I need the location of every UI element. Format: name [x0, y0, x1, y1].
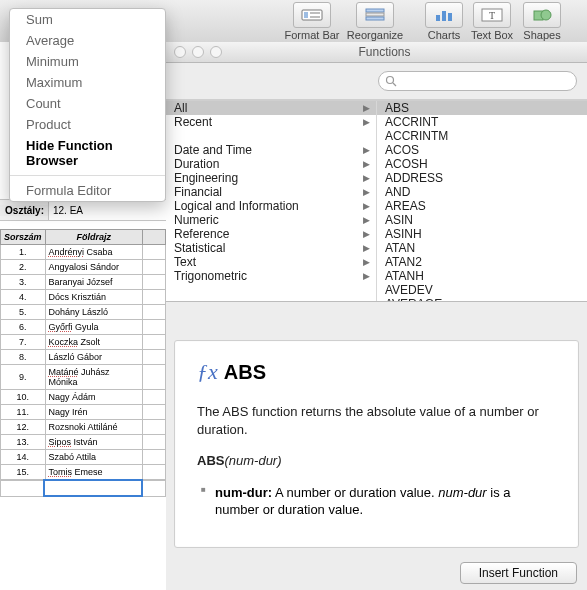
table-row[interactable]: 6.Győrfi Gyula: [1, 320, 166, 335]
row-extra[interactable]: [143, 465, 166, 480]
table-row[interactable]: 11.Nagy Irén: [1, 405, 166, 420]
table-row[interactable]: 14.Szabó Attila: [1, 450, 166, 465]
row-extra[interactable]: [143, 350, 166, 365]
menu-item[interactable]: Product: [10, 114, 165, 135]
window-controls[interactable]: [166, 46, 222, 58]
function-menu[interactable]: SumAverageMinimumMaximumCountProductHide…: [9, 8, 166, 202]
category-item[interactable]: Duration▶: [166, 157, 376, 171]
function-item[interactable]: ACCRINTM: [377, 129, 587, 143]
function-item[interactable]: ABS: [377, 101, 587, 115]
row-name[interactable]: László Gábor: [45, 350, 142, 365]
row-name[interactable]: Dohány László: [45, 305, 142, 320]
toolbar-charts[interactable]: Charts: [424, 2, 464, 41]
function-item[interactable]: ATAN2: [377, 255, 587, 269]
row-extra[interactable]: [143, 420, 166, 435]
function-item[interactable]: AVERAGE: [377, 297, 587, 301]
row-extra[interactable]: [143, 305, 166, 320]
category-item[interactable]: All▶: [166, 101, 376, 115]
function-item[interactable]: ACOS: [377, 143, 587, 157]
row-name[interactable]: Andrényi Csaba: [45, 245, 142, 260]
row-name[interactable]: Sipos István: [45, 435, 142, 450]
row-name[interactable]: Rozsnoki Attiláné: [45, 420, 142, 435]
row-extra[interactable]: [143, 320, 166, 335]
category-item[interactable]: Recent▶: [166, 115, 376, 129]
toolbar-reorganize[interactable]: Reorganize: [346, 2, 404, 41]
toolbar-shapes[interactable]: Shapes: [520, 2, 564, 41]
category-item[interactable]: Trigonometric▶: [166, 269, 376, 283]
table-row[interactable]: 3.Baranyai József: [1, 275, 166, 290]
function-item[interactable]: ACCRINT: [377, 115, 587, 129]
row-extra[interactable]: [143, 335, 166, 350]
function-item[interactable]: ASIN: [377, 213, 587, 227]
toolbar-formatbar[interactable]: Format Bar: [282, 2, 342, 41]
table-row[interactable]: 15.Tomis Emese: [1, 465, 166, 480]
row-name[interactable]: Koczka Zsolt: [45, 335, 142, 350]
toolbar-textbox[interactable]: T Text Box: [468, 2, 516, 41]
category-item[interactable]: Engineering▶: [166, 171, 376, 185]
row-name[interactable]: Nagy Ádám: [45, 390, 142, 405]
table-row[interactable]: 4.Dócs Krisztián: [1, 290, 166, 305]
zoom-icon[interactable]: [210, 46, 222, 58]
function-item[interactable]: ADDRESS: [377, 171, 587, 185]
table-row[interactable]: 8.László Gábor: [1, 350, 166, 365]
minimize-icon[interactable]: [192, 46, 204, 58]
row-extra[interactable]: [143, 260, 166, 275]
menu-item[interactable]: Average: [10, 30, 165, 51]
table-row[interactable]: 13.Sipos István: [1, 435, 166, 450]
table-row[interactable]: 12.Rozsnoki Attiláné: [1, 420, 166, 435]
category-item[interactable]: Date and Time▶: [166, 143, 376, 157]
category-item[interactable]: Text▶: [166, 255, 376, 269]
category-list[interactable]: All▶Recent▶Date and Time▶Duration▶Engine…: [166, 101, 376, 301]
category-item[interactable]: [166, 129, 376, 143]
selected-cell[interactable]: [44, 480, 142, 496]
row-extra[interactable]: [143, 405, 166, 420]
function-item[interactable]: AVEDEV: [377, 283, 587, 297]
row-extra[interactable]: [143, 435, 166, 450]
row-name[interactable]: Győrfi Gyula: [45, 320, 142, 335]
menu-item[interactable]: Hide Function Browser: [10, 135, 165, 171]
function-item[interactable]: AREAS: [377, 199, 587, 213]
table-row[interactable]: 2.Angyalosi Sándor: [1, 260, 166, 275]
menu-item[interactable]: Formula Editor: [10, 180, 165, 201]
row-extra[interactable]: [143, 390, 166, 405]
table-row[interactable]: 9.Matáné Juhász Mónika: [1, 365, 166, 390]
row-extra[interactable]: [143, 450, 166, 465]
row-name[interactable]: Baranyai József: [45, 275, 142, 290]
category-item[interactable]: Logical and Information▶: [166, 199, 376, 213]
category-item[interactable]: Statistical▶: [166, 241, 376, 255]
function-item[interactable]: ATANH: [377, 269, 587, 283]
row-name[interactable]: Matáné Juhász Mónika: [45, 365, 142, 390]
row-name[interactable]: Szabó Attila: [45, 450, 142, 465]
row-name[interactable]: Dócs Krisztián: [45, 290, 142, 305]
row-extra[interactable]: [143, 365, 166, 390]
row-name[interactable]: Angyalosi Sándor: [45, 260, 142, 275]
menu-item[interactable]: Sum: [10, 9, 165, 30]
col-foldrajz[interactable]: Földrajz: [45, 230, 142, 245]
menu-item[interactable]: Minimum: [10, 51, 165, 72]
function-item[interactable]: ASINH: [377, 227, 587, 241]
close-icon[interactable]: [174, 46, 186, 58]
table-row[interactable]: 5.Dohány László: [1, 305, 166, 320]
table-row[interactable]: 10.Nagy Ádám: [1, 390, 166, 405]
table-row[interactable]: 1.Andrényi Csaba: [1, 245, 166, 260]
table-row[interactable]: 7.Koczka Zsolt: [1, 335, 166, 350]
function-item[interactable]: ACOSH: [377, 157, 587, 171]
function-item[interactable]: AND: [377, 185, 587, 199]
menu-item[interactable]: Count: [10, 93, 165, 114]
category-item[interactable]: Reference▶: [166, 227, 376, 241]
menu-item[interactable]: Maximum: [10, 72, 165, 93]
function-item[interactable]: ATAN: [377, 241, 587, 255]
category-item[interactable]: Financial▶: [166, 185, 376, 199]
col-sorszam[interactable]: Sorszám: [1, 230, 46, 245]
category-item[interactable]: Numeric▶: [166, 213, 376, 227]
osztaly-value[interactable]: 12. EA: [48, 200, 166, 220]
functions-search[interactable]: [378, 71, 577, 91]
function-list[interactable]: ABSACCRINTACCRINTMACOSACOSHADDRESSANDARE…: [376, 101, 587, 301]
col-extra[interactable]: [143, 230, 166, 245]
insert-function-button[interactable]: Insert Function: [460, 562, 577, 584]
search-input[interactable]: [397, 74, 570, 88]
row-name[interactable]: Nagy Irén: [45, 405, 142, 420]
row-extra[interactable]: [143, 245, 166, 260]
row-extra[interactable]: [143, 290, 166, 305]
row-name[interactable]: Tomis Emese: [45, 465, 142, 480]
